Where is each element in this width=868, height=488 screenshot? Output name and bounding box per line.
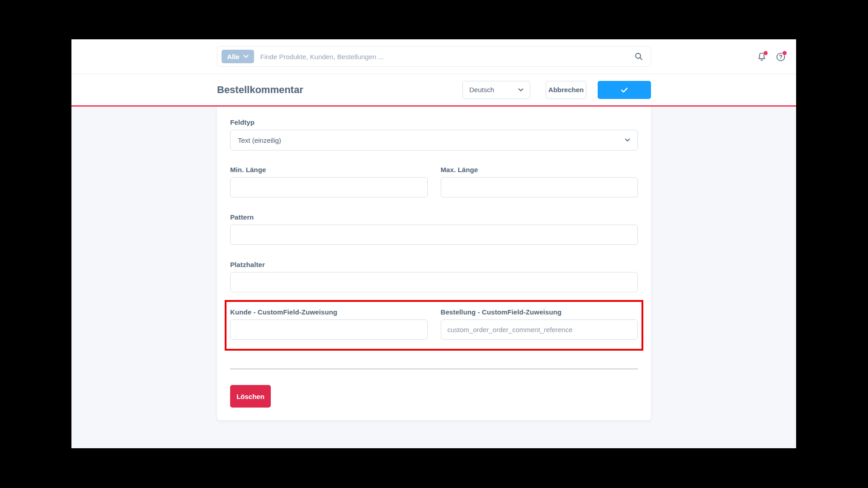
platzhalter-input[interactable]	[230, 272, 638, 292]
length-row: Min. Länge Max. Länge	[230, 166, 638, 197]
kunde-zuweisung-group: Kunde - CustomField-Zuweisung	[230, 308, 428, 340]
pattern-label: Pattern	[230, 213, 638, 221]
max-laenge-group: Max. Länge	[441, 166, 638, 197]
notifications-button[interactable]	[755, 50, 769, 64]
delete-button[interactable]: Löschen	[230, 385, 271, 408]
chevron-down-icon	[625, 138, 630, 142]
search-input[interactable]	[254, 53, 634, 61]
platzhalter-group: Platzhalter	[230, 261, 638, 292]
chevron-down-icon	[518, 88, 524, 92]
check-icon	[619, 85, 629, 95]
smartbar-actions: Deutsch Abbrechen	[462, 81, 651, 99]
platzhalter-label: Platzhalter	[230, 261, 638, 268]
feldtyp-group: Feldtyp Text (einzeilig)	[230, 118, 638, 150]
bestellung-zuweisung-group: Bestellung - CustomField-Zuweisung	[441, 308, 638, 340]
search-icon[interactable]	[634, 52, 643, 61]
topbar-icons	[755, 39, 788, 74]
chevron-down-icon	[243, 55, 249, 58]
max-laenge-input[interactable]	[441, 177, 638, 197]
smartbar: Bestellkommentar Deutsch Abbrechen	[71, 74, 796, 105]
help-badge	[782, 51, 787, 56]
divider	[230, 369, 638, 369]
min-laenge-group: Min. Länge	[230, 166, 428, 197]
global-search: Alle	[217, 46, 651, 67]
help-button[interactable]	[774, 50, 788, 64]
admin-window: Alle	[71, 39, 796, 448]
kunde-zuweisung-input[interactable]	[230, 319, 428, 340]
save-button[interactable]	[598, 81, 651, 99]
top-search-bar-row: Alle	[71, 39, 796, 74]
min-laenge-input[interactable]	[230, 177, 428, 197]
customfield-assignment-row: Kunde - CustomField-Zuweisung Bestellung…	[230, 308, 638, 340]
feldtyp-label: Feldtyp	[230, 118, 638, 126]
cancel-button[interactable]: Abbrechen	[546, 81, 586, 99]
bestellung-zuweisung-input[interactable]	[441, 319, 638, 340]
page-title: Bestellkommentar	[217, 84, 303, 96]
max-laenge-label: Max. Länge	[441, 166, 638, 174]
bestellung-zuweisung-label: Bestellung - CustomField-Zuweisung	[441, 308, 638, 316]
search-scope-label: Alle	[227, 53, 240, 61]
custom-field-form-card: Feldtyp Text (einzeilig) Min. Länge Max.…	[217, 107, 651, 420]
min-laenge-label: Min. Länge	[230, 166, 428, 174]
pattern-group: Pattern	[230, 213, 638, 245]
annotation-highlight-box: Kunde - CustomField-Zuweisung Bestellung…	[225, 300, 643, 351]
kunde-zuweisung-label: Kunde - CustomField-Zuweisung	[230, 308, 428, 316]
feldtyp-select-value: Text (einzeilig)	[238, 136, 281, 144]
page-background: Feldtyp Text (einzeilig) Min. Länge Max.…	[71, 107, 796, 448]
language-select-value: Deutsch	[469, 86, 494, 94]
language-select[interactable]: Deutsch	[462, 81, 530, 99]
notification-badge	[763, 51, 768, 56]
search-scope-dropdown[interactable]: Alle	[222, 50, 254, 63]
feldtyp-select[interactable]: Text (einzeilig)	[230, 130, 638, 150]
pattern-input[interactable]	[230, 225, 638, 245]
